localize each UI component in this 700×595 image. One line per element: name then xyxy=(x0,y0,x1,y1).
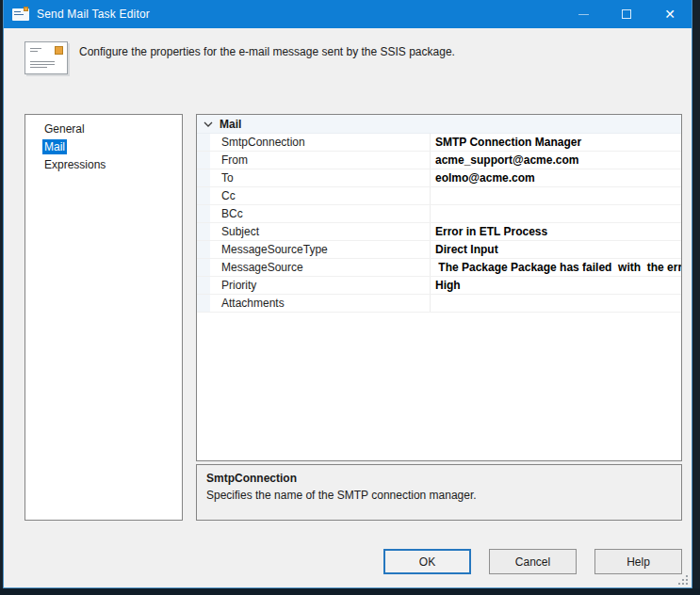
property-row[interactable]: Attachments xyxy=(197,295,681,313)
chevron-down-icon[interactable] xyxy=(197,121,220,127)
property-value[interactable]: eolmo@acme.com xyxy=(431,169,681,186)
category-label: Mail xyxy=(220,118,241,131)
property-value[interactable]: The Package Package has failed with the … xyxy=(431,259,681,276)
ok-button[interactable]: OK xyxy=(383,549,471,574)
property-row[interactable]: Cc xyxy=(197,187,681,205)
window-edge xyxy=(0,588,700,595)
nav-item-general[interactable]: General xyxy=(25,121,182,138)
property-value[interactable]: High xyxy=(431,277,681,294)
property-name: Cc xyxy=(210,187,431,204)
property-value[interactable]: acme_support@acme.com xyxy=(431,152,681,169)
property-row[interactable]: MessageSource The Package Package has fa… xyxy=(197,259,681,277)
property-name: From xyxy=(210,152,431,169)
close-button[interactable]: ✕ xyxy=(648,0,692,28)
property-name: To xyxy=(210,169,431,186)
property-row[interactable]: Subject Error in ETL Process xyxy=(197,223,681,241)
property-description-panel: SmtpConnection Specifies the name of the… xyxy=(196,464,682,521)
nav-item-mail[interactable]: Mail xyxy=(25,138,182,156)
property-name: SmtpConnection xyxy=(210,134,431,151)
nav-item-expressions[interactable]: Expressions xyxy=(25,156,182,174)
mail-app-icon xyxy=(12,8,29,21)
resize-grip[interactable] xyxy=(678,575,688,585)
category-row-mail[interactable]: Mail xyxy=(197,115,681,134)
send-mail-task-editor-dialog: Send Mail Task Editor ✕ Configure the pr… xyxy=(3,0,692,588)
property-name: MessageSource xyxy=(210,259,431,276)
property-name: Priority xyxy=(210,277,431,294)
property-value[interactable] xyxy=(431,295,681,312)
property-name: BCc xyxy=(210,205,431,222)
property-row[interactable]: To eolmo@acme.com xyxy=(197,169,681,187)
envelope-icon xyxy=(24,41,68,74)
cancel-button[interactable]: Cancel xyxy=(489,549,577,574)
dialog-description: Configure the properties for the e-mail … xyxy=(79,45,455,58)
property-row[interactable]: Priority High xyxy=(197,277,681,295)
help-button[interactable]: Help xyxy=(594,549,682,574)
titlebar[interactable]: Send Mail Task Editor ✕ xyxy=(4,0,692,28)
property-grid: Mail SmtpConnection SMTP Connection Mana… xyxy=(196,114,682,461)
selected-property-description: Specifies the name of the SMTP connectio… xyxy=(206,489,672,502)
property-row[interactable]: MessageSourceType Direct Input xyxy=(197,241,681,259)
minimize-icon xyxy=(578,14,589,15)
property-row[interactable]: BCc xyxy=(197,205,681,223)
property-value[interactable] xyxy=(431,205,681,222)
property-name: Attachments xyxy=(210,295,431,312)
pages-list: General Mail Expressions xyxy=(24,114,183,521)
property-name: Subject xyxy=(210,223,431,240)
property-row[interactable]: SmtpConnection SMTP Connection Manager xyxy=(197,134,681,152)
maximize-icon xyxy=(622,9,631,19)
property-name: MessageSourceType xyxy=(210,241,431,258)
property-row[interactable]: From acme_support@acme.com xyxy=(197,152,681,169)
property-value[interactable]: Direct Input xyxy=(431,241,681,258)
maximize-button[interactable] xyxy=(605,0,648,28)
selected-property-name: SmtpConnection xyxy=(206,472,672,485)
minimize-button[interactable] xyxy=(562,0,605,28)
property-value[interactable]: Error in ETL Process xyxy=(431,223,681,240)
property-value[interactable] xyxy=(431,187,681,204)
window-title: Send Mail Task Editor xyxy=(37,8,150,21)
property-value[interactable]: SMTP Connection Manager xyxy=(431,134,681,151)
